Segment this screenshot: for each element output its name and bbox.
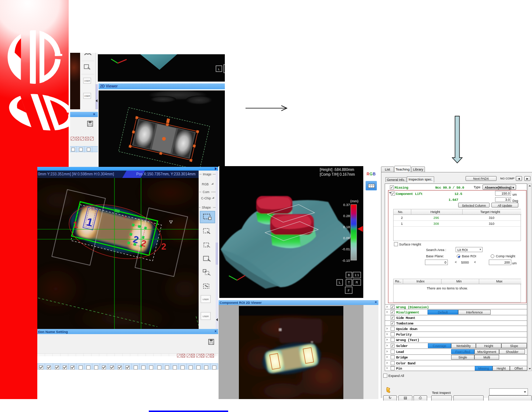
- svg-text:USER: USER: [203, 298, 209, 301]
- svg-text:B: B: [348, 273, 350, 277]
- svg-text:RGB: RGB: [202, 182, 209, 186]
- svg-text:[Height] -584.880mm: [Height] -584.880mm: [320, 168, 354, 172]
- svg-text:-0.01: -0.01: [342, 247, 350, 251]
- svg-text:USER: USER: [84, 80, 90, 82]
- svg-text:Com: Com: [203, 190, 209, 194]
- svg-text:USER: USER: [84, 95, 90, 97]
- svg-text:[Comp T/H] 0.167mm: [Comp T/H] 0.167mm: [320, 172, 355, 176]
- svg-text:T: T: [348, 281, 350, 284]
- svg-text:0.08: 0.08: [343, 236, 350, 240]
- svg-text:-0.10: -0.10: [342, 258, 350, 262]
- svg-text:F: F: [348, 289, 350, 292]
- svg-text:Image: Image: [203, 172, 212, 176]
- svg-text:R: R: [356, 281, 358, 284]
- svg-text:1:1: 1:1: [355, 273, 359, 277]
- svg-text:Shape: Shape: [202, 206, 211, 209]
- svg-text:L: L: [218, 68, 220, 71]
- svg-text:0.37: 0.37: [343, 203, 350, 207]
- svg-text:(mm): (mm): [350, 199, 358, 203]
- svg-text:L: L: [339, 281, 341, 284]
- svg-text:1: 1: [73, 220, 78, 230]
- svg-text:0.18: 0.18: [343, 225, 350, 229]
- svg-text:2: 2: [161, 241, 166, 251]
- svg-text:C-Chip: C-Chip: [201, 196, 211, 200]
- svg-text:USER: USER: [203, 315, 209, 317]
- svg-text:0.28: 0.28: [343, 214, 350, 218]
